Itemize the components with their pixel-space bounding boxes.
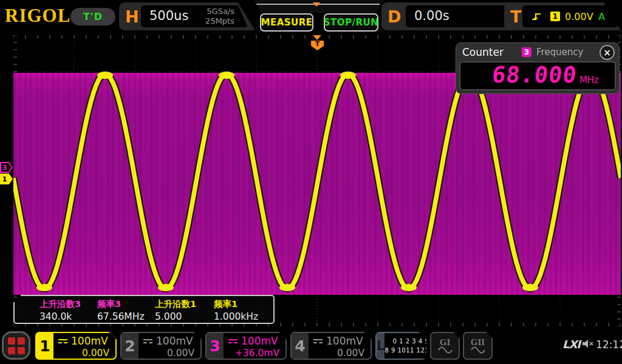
waveform-traces <box>13 72 621 295</box>
generator1-label: GI <box>440 338 451 346</box>
channel4-number: 4 <box>292 333 309 359</box>
measurement-value: 67.56MHz <box>97 311 145 322</box>
trigger-position-triangle-icon[interactable] <box>313 35 321 40</box>
trigger-sweep-mode: A <box>598 11 605 22</box>
channel1-number: 1 <box>36 333 53 359</box>
delay-label: D <box>388 7 401 26</box>
channel2-number: 2 <box>121 333 138 359</box>
dc-coupling-icon <box>313 339 323 343</box>
channel3-button[interactable]: 3 100mV +36.0mV <box>205 332 287 360</box>
measurement-item: 上升沿数3 340.0k <box>39 296 81 322</box>
counter-header: Counter 3 Frequency × <box>456 43 619 61</box>
waveform-overview-strip[interactable] <box>254 0 384 13</box>
channel4-offset: 0.00V <box>313 348 366 359</box>
dc-coupling-icon <box>143 339 152 343</box>
menu-grid-icon <box>8 337 25 354</box>
logic-analyzer-button[interactable]: L 0 1 2 3 4 5 6 7 8 9 1011 12131415 <box>375 332 426 360</box>
trigger-panel[interactable]: T 1 0.00V A <box>504 2 621 30</box>
memory-depth: 25Mpts <box>205 16 234 26</box>
trigger-status-badge: T'D <box>70 8 115 25</box>
horizontal-label: H <box>125 7 139 26</box>
logic-analyzer-label: L <box>377 333 384 359</box>
dc-coupling-icon <box>58 339 67 343</box>
channel3-marker-label: 3 <box>2 164 7 172</box>
measurement-results-panel[interactable]: 上升沿数3 340.0k 频率3 67.56MHz 上升沿数1 5.000 频率… <box>13 295 275 324</box>
channel3-position-marker[interactable]: 3 <box>0 162 13 173</box>
measurement-label: 频率1 <box>214 298 258 310</box>
measurement-value: 1.000kHz <box>214 311 258 322</box>
counter-panel: Counter 3 Frequency × 68.000 MHz <box>456 42 620 94</box>
close-icon[interactable]: × <box>600 45 615 60</box>
overview-position-marker-icon[interactable] <box>313 2 320 7</box>
counter-title: Counter <box>462 46 504 58</box>
sine-wave-icon <box>470 346 486 354</box>
rigol-logo: RIGOL <box>5 5 70 27</box>
channel3-info: 100mV +36.0mV <box>224 333 285 359</box>
counter-frequency-value: 68.000 <box>491 62 578 88</box>
channel2-offset: 0.00V <box>143 348 196 359</box>
top-bar: RIGOL T'D H 500us 5GSa/s 25Mpts MEASURE … <box>0 0 622 34</box>
measurement-label: 上升沿数1 <box>155 298 196 310</box>
generator1-button[interactable]: GI <box>430 332 460 360</box>
generator2-button[interactable]: GII <box>463 332 493 360</box>
main-menu-button[interactable] <box>2 331 30 360</box>
measurement-value: 340.0k <box>39 311 81 322</box>
channel3-scale: 100mV <box>241 335 278 347</box>
generator2-label: GII <box>471 338 485 346</box>
timebase-value: 500us <box>149 8 188 23</box>
channel3-offset: +36.0mV <box>228 348 281 359</box>
channel4-button[interactable]: 4 100mV 0.00V <box>290 332 372 360</box>
counter-display: 68.000 MHz <box>459 61 616 90</box>
dc-coupling-icon <box>228 339 238 343</box>
trigger-display[interactable]: 1 0.00V A <box>522 5 618 27</box>
channel4-scale: 100mV <box>326 335 363 347</box>
timebase-display[interactable]: 500us 5GSa/s 25Mpts <box>141 5 248 27</box>
sample-rate: 5GSa/s <box>205 7 234 16</box>
channel1-position-marker[interactable]: 1 <box>0 174 13 184</box>
counter-frequency-unit: MHz <box>579 75 599 86</box>
clock-time: 12:12 <box>596 339 622 351</box>
acquisition-info: 5GSa/s 25Mpts <box>205 7 234 26</box>
horizontal-panel[interactable]: H 500us 5GSa/s 25Mpts <box>119 2 255 30</box>
sine-wave-icon <box>437 346 453 354</box>
measurement-label: 上升沿数3 <box>39 298 81 310</box>
measurement-item: 频率3 67.56MHz <box>97 296 145 322</box>
counter-source-badge: 3 <box>522 47 531 57</box>
measure-button[interactable]: MEASURE <box>260 13 313 32</box>
bottom-bar: 1 100mV 0.00V 2 100mV 0.00V 3 100mV +36.… <box>0 331 622 364</box>
channel4-info: 100mV 0.00V <box>309 333 371 359</box>
speaker-muted-icon[interactable] <box>581 339 595 349</box>
stop-run-button[interactable]: STOP/RUN <box>324 13 378 32</box>
rising-edge-icon <box>531 12 542 21</box>
trigger-source-badge: 1 <box>550 12 560 21</box>
measurement-item: 频率1 1.000kHz <box>214 296 258 322</box>
delay-value: 0.00s <box>414 8 449 23</box>
trigger-label: T <box>510 7 521 26</box>
measurement-value: 5.000 <box>155 311 196 322</box>
counter-mode-label: Frequency <box>536 47 584 58</box>
trigger-level-value: 0.00V <box>565 11 593 22</box>
channel2-button[interactable]: 2 100mV 0.00V <box>120 332 202 360</box>
channel2-scale: 100mV <box>156 335 193 347</box>
channel1-info: 100mV 0.00V <box>53 333 115 359</box>
lxi-status-label: LXI <box>562 338 580 351</box>
channel1-offset: 0.00V <box>58 348 111 359</box>
measurement-label: 频率3 <box>97 298 145 310</box>
measurement-item: 上升沿数1 5.000 <box>155 296 196 322</box>
channel1-button[interactable]: 1 100mV 0.00V <box>35 332 117 360</box>
channel1-marker-label: 1 <box>2 175 7 183</box>
channel3-number: 3 <box>207 333 224 359</box>
channel1-scale: 100mV <box>71 335 108 347</box>
channel2-info: 100mV 0.00V <box>138 333 200 359</box>
